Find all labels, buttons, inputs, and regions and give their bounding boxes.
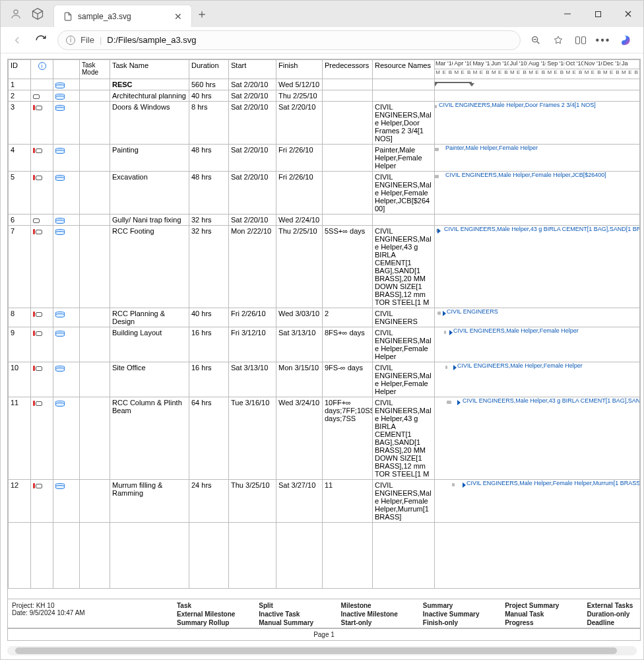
cell-predecessors: 10FF+∞ days;7FF;10SS+∞ days;7SS xyxy=(323,397,373,480)
svg-line-6 xyxy=(537,42,539,44)
cell-start: Sat 2/20/10 xyxy=(229,79,276,90)
legend-item: Project Summary xyxy=(505,602,587,609)
col-resources[interactable]: Resource Names xyxy=(373,60,435,79)
cell-finish: Wed 5/12/10 xyxy=(276,79,323,90)
site-info-icon[interactable]: i xyxy=(66,36,75,45)
cell-gantt: CIVIL ENGINEERS xyxy=(435,308,640,327)
cell-mode xyxy=(80,145,110,172)
cell-gantt: Painter,Male Helper,Female Helper xyxy=(435,145,640,172)
cell-indicators2 xyxy=(53,226,80,308)
favorites-icon[interactable] xyxy=(552,34,564,46)
table-row[interactable]: 1RESC560 hrsSat 2/20/10Wed 5/12/10 xyxy=(9,79,640,90)
more-icon[interactable]: ••• xyxy=(597,34,609,46)
window-minimize-button[interactable] xyxy=(552,3,583,24)
col-indicators[interactable]: i xyxy=(31,60,53,79)
cell-indicators2 xyxy=(53,397,80,480)
cell-indicators2 xyxy=(53,79,80,90)
cell-mode xyxy=(80,480,110,523)
cell-mode xyxy=(80,102,110,145)
cell-start: Sat 2/20/10 xyxy=(229,214,276,226)
cell-start: Sat 3/13/10 xyxy=(229,362,276,397)
page-content: ID i Task Mode Task Name Duration Start … xyxy=(1,53,643,659)
tab-close-button[interactable]: ✕ xyxy=(172,11,185,22)
horizontal-scrollbar[interactable] xyxy=(7,646,637,655)
cell-name: Architechtural planning xyxy=(110,90,189,102)
cell-start: Sat 2/20/10 xyxy=(229,172,276,214)
col-id[interactable]: ID xyxy=(9,60,31,79)
table-row[interactable]: 4Painting48 hrsSat 2/20/10Fri 2/26/10Pai… xyxy=(9,145,640,172)
col-indicators2[interactable] xyxy=(53,60,80,79)
table-row[interactable]: 3Doors & Windows8 hrsSat 2/20/10Sat 2/20… xyxy=(9,102,640,145)
table-row[interactable]: 8RCC Planning & Design40 hrsFri 2/26/10W… xyxy=(9,308,640,327)
cell-id: 4 xyxy=(9,145,31,172)
cell-name: RCC Footing xyxy=(110,226,189,308)
cell-start: Tue 3/16/10 xyxy=(229,397,276,480)
cell-start: Sat 2/20/10 xyxy=(229,145,276,172)
cell-finish: Wed 3/24/10 xyxy=(276,397,323,480)
table-row[interactable]: 10Site Office16 hrsSat 3/13/10Mon 3/15/1… xyxy=(9,362,640,397)
col-start[interactable]: Start xyxy=(229,60,276,79)
table-header-row: ID i Task Mode Task Name Duration Start … xyxy=(9,60,640,79)
col-predecessors[interactable]: Predecessors xyxy=(323,60,373,79)
legend-item: Deadline xyxy=(587,619,636,626)
scrollbar-thumb[interactable] xyxy=(15,647,617,654)
table-row[interactable]: 2Architechtural planning40 hrsSat 2/20/1… xyxy=(9,90,640,102)
table-row[interactable]: 6Gully/ Nani trap fixing32 hrsSat 2/20/1… xyxy=(9,214,640,226)
window-close-button[interactable] xyxy=(613,3,643,24)
legend-item: External Tasks xyxy=(587,602,636,609)
cell-duration: 8 hrs xyxy=(189,102,229,145)
back-button[interactable] xyxy=(10,33,24,48)
profile-icon[interactable] xyxy=(10,8,22,20)
cell-predecessors: 5SS+∞ days xyxy=(323,226,373,308)
table-row[interactable]: 12Murrum filling & Ramming24 hrsThu 3/25… xyxy=(9,480,640,523)
cell-id: 5 xyxy=(9,172,31,214)
browser-window: sample_a3.svg ✕ ＋ i File | D:/Files/samp… xyxy=(0,0,644,660)
cell-name: Painting xyxy=(110,145,189,172)
browser-tab[interactable]: sample_a3.svg ✕ xyxy=(53,5,192,27)
cell-resources: CIVIL ENGINEERS,Male Helper,43 g BIRLA C… xyxy=(373,226,435,308)
workspaces-icon[interactable] xyxy=(31,7,44,20)
legend-item: Progress xyxy=(505,619,587,626)
cell-duration: 16 hrs xyxy=(189,362,229,397)
cell-resources: CIVIL ENGINEERS xyxy=(373,308,435,327)
copilot-icon[interactable] xyxy=(620,33,634,48)
col-gantt-header[interactable]: Mar '10Apr '10May '10Jun '10Jul '10Aug '… xyxy=(435,60,640,79)
cell-name: RCC Planning & Design xyxy=(110,308,189,327)
cell-predecessors xyxy=(323,102,373,145)
cell-gantt: CIVIL ENGINEERS,Male Helper,Door Frames … xyxy=(435,102,640,145)
new-tab-button[interactable]: ＋ xyxy=(192,6,212,22)
col-task-name[interactable]: Task Name xyxy=(110,60,189,79)
table-row[interactable]: 5Excavation48 hrsSat 2/20/10Fri 2/26/10C… xyxy=(9,172,640,214)
cell-indicators2 xyxy=(53,145,80,172)
refresh-button[interactable] xyxy=(34,33,48,48)
cell-finish: Mon 3/15/10 xyxy=(276,362,323,397)
cell-resources: CIVIL ENGINEERS,Male Helper,Female Helpe… xyxy=(373,327,435,362)
cell-resources: Painter,Male Helper,Female Helper xyxy=(373,145,435,172)
cell-indicators xyxy=(31,397,53,480)
col-finish[interactable]: Finish xyxy=(276,60,323,79)
cell-gantt: CIVIL ENGINEERS,Male Helper,Female Helpe… xyxy=(435,480,640,523)
col-task-mode[interactable]: Task Mode xyxy=(80,60,110,79)
legend-item: Summary Rollup xyxy=(177,619,259,626)
table-row[interactable]: 11RCC Column & Plinth Beam64 hrsTue 3/16… xyxy=(9,397,640,480)
svg-rect-9 xyxy=(582,36,586,44)
cell-indicators xyxy=(31,362,53,397)
cell-id: 6 xyxy=(9,214,31,226)
address-bar[interactable]: i File | D:/Files/sample_a3.svg xyxy=(57,30,521,50)
cell-start: Mon 2/22/10 xyxy=(229,226,276,308)
legend-item: Start-only xyxy=(341,619,423,626)
zoom-icon[interactable] xyxy=(530,34,542,46)
legend-footer: Project: KH 10 Date: 9/5/2024 10:47 AM T… xyxy=(8,599,640,628)
cell-indicators xyxy=(31,214,53,226)
table-row[interactable]: 7RCC Footing32 hrsMon 2/22/10Thu 2/25/10… xyxy=(9,226,640,308)
cell-start: Sat 2/20/10 xyxy=(229,102,276,145)
table-row[interactable]: 9Building Layout16 hrsFri 3/12/10Sat 3/1… xyxy=(9,327,640,362)
col-duration[interactable]: Duration xyxy=(189,60,229,79)
cell-start: Fri 3/12/10 xyxy=(229,327,276,362)
cell-id: 9 xyxy=(9,327,31,362)
cell-resources: CIVIL ENGINEERS,Male Helper,Female Helpe… xyxy=(373,172,435,214)
window-maximize-button[interactable] xyxy=(583,3,613,24)
cell-id: 11 xyxy=(9,397,31,480)
cell-indicators xyxy=(31,102,53,145)
split-screen-icon[interactable] xyxy=(575,34,587,46)
